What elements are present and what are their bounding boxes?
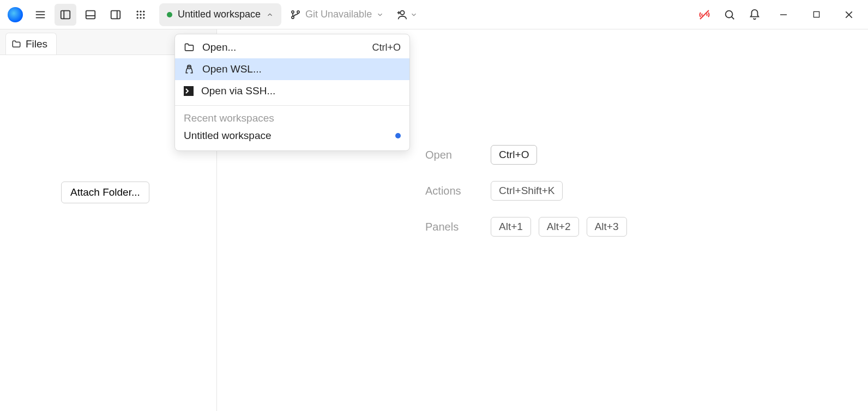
titlebar: Untitled workspace Git Unavailable (0, 0, 868, 29)
menu-item-open[interactable]: Open... Ctrl+O (175, 37, 409, 58)
window-minimize-button[interactable] (769, 4, 798, 26)
svg-point-11 (143, 10, 144, 12)
window-close-button[interactable] (834, 4, 864, 26)
apps-grid-button[interactable] (130, 4, 152, 26)
workbench-body: Files Attach Folder... Open Ctrl+O Actio… (0, 29, 868, 411)
git-status-label: Git Unavailable (305, 9, 372, 20)
svg-point-21 (400, 10, 404, 14)
welcome-hints: Open Ctrl+O Actions Ctrl+Shift+K Panels … (425, 145, 627, 237)
menu-item-open-ssh[interactable]: Open via SSH... (175, 80, 409, 102)
menu-separator (175, 105, 409, 106)
bell-icon (749, 9, 761, 21)
hint-open-label: Open (425, 149, 491, 161)
svg-point-13 (140, 14, 141, 15)
git-branch-icon (290, 9, 301, 20)
svg-line-26 (732, 16, 734, 19)
svg-rect-28 (813, 11, 819, 17)
notifications-button[interactable] (744, 4, 765, 26)
svg-point-12 (137, 14, 138, 15)
svg-point-17 (143, 17, 144, 19)
hint-panel-key-1: Alt+1 (491, 217, 531, 237)
menu-item-open-shortcut: Ctrl+O (372, 42, 401, 53)
svg-point-10 (140, 10, 141, 12)
offline-indicator[interactable] (694, 4, 715, 26)
menu-item-open-wsl[interactable]: Open WSL... (175, 58, 409, 80)
workspace-dropdown-button[interactable]: Untitled workspace (159, 3, 281, 26)
git-status-dropdown[interactable]: Git Unavailable (285, 9, 389, 20)
hint-open-key: Ctrl+O (491, 145, 537, 165)
chevron-up-icon (266, 11, 274, 19)
svg-point-18 (292, 10, 294, 13)
linux-icon (184, 64, 195, 75)
menu-item-open-wsl-label: Open WSL... (202, 63, 262, 75)
panel-left-button[interactable] (55, 4, 76, 26)
panel-right-button[interactable] (105, 4, 126, 26)
search-icon (724, 9, 736, 21)
svg-point-16 (140, 17, 141, 19)
svg-point-9 (137, 10, 138, 12)
chevron-down-icon (410, 11, 418, 19)
hint-actions-label: Actions (425, 185, 491, 197)
hint-panel-key-2: Alt+2 (539, 217, 579, 237)
panel-bottom-button[interactable] (80, 4, 101, 26)
menu-item-open-label: Open... (202, 41, 236, 53)
signal-off-icon (698, 8, 711, 21)
menu-item-open-ssh-label: Open via SSH... (201, 85, 275, 97)
recent-workspace-label: Untitled workspace (184, 130, 272, 142)
window-maximize-button[interactable] (801, 4, 831, 26)
maximize-icon (813, 11, 820, 18)
folder-icon (11, 39, 21, 49)
recent-workspaces-header: Recent workspaces (175, 109, 409, 126)
svg-point-14 (143, 14, 144, 15)
search-button[interactable] (719, 4, 740, 26)
attach-folder-button[interactable]: Attach Folder... (61, 182, 149, 203)
svg-rect-7 (111, 10, 120, 19)
folder-icon (184, 42, 195, 53)
app-logo (8, 7, 23, 22)
workspace-dropdown-menu: Open... Ctrl+O Open WSL... Open via SSH.… (174, 34, 410, 151)
svg-rect-5 (86, 10, 95, 19)
add-user-dropdown[interactable] (393, 9, 421, 21)
svg-point-15 (137, 17, 138, 19)
recent-active-dot (395, 133, 401, 138)
close-icon (845, 10, 853, 19)
svg-point-19 (292, 16, 294, 18)
svg-rect-3 (61, 10, 70, 19)
person-add-icon (396, 9, 408, 21)
hamburger-menu-button[interactable] (29, 4, 51, 26)
recent-workspace-item[interactable]: Untitled workspace (175, 126, 409, 145)
files-tab[interactable]: Files (5, 33, 57, 55)
svg-point-33 (190, 67, 190, 67)
svg-point-20 (297, 10, 299, 13)
svg-point-32 (188, 67, 189, 67)
svg-point-25 (726, 10, 733, 17)
hint-panel-key-3: Alt+3 (587, 217, 627, 237)
workspace-status-dot (167, 12, 172, 17)
hint-actions-key: Ctrl+Shift+K (491, 181, 563, 201)
terminal-icon (184, 86, 194, 96)
minimize-icon (780, 11, 787, 19)
workspace-label: Untitled workspace (178, 9, 261, 20)
files-tab-label: Files (26, 38, 47, 50)
chevron-down-icon (376, 11, 384, 19)
hint-panels-label: Panels (425, 221, 491, 233)
